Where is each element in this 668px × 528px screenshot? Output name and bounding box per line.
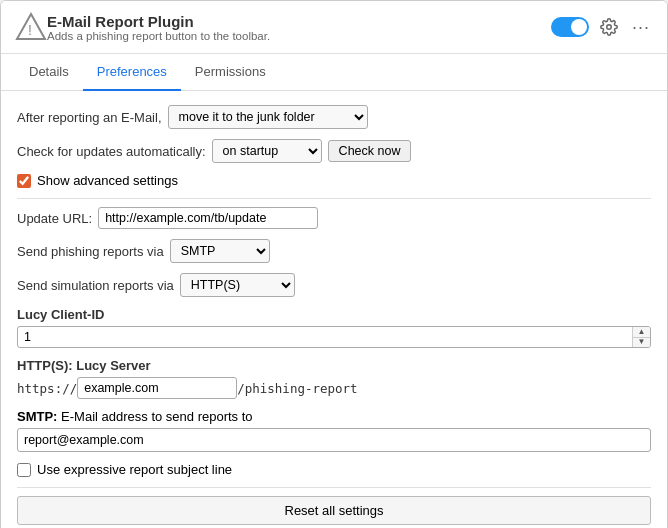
client-id-input[interactable] (17, 326, 651, 348)
smtp-email-wrap (17, 428, 651, 452)
smtp-label: SMTP: (17, 409, 57, 424)
show-advanced-label[interactable]: Show advanced settings (37, 173, 178, 188)
send-phishing-select[interactable]: SMTP HTTP(S) (170, 239, 270, 263)
plugin-toggle[interactable] (551, 17, 589, 37)
more-icon[interactable]: ··· (629, 15, 653, 39)
gear-icon[interactable] (597, 15, 621, 39)
client-id-spinner: ▲ ▼ (632, 327, 650, 347)
check-updates-select[interactable]: on startup daily weekly never (212, 139, 322, 163)
divider-1 (17, 198, 651, 199)
divider-2 (17, 487, 651, 488)
tab-preferences[interactable]: Preferences (83, 54, 181, 91)
show-advanced-row: Show advanced settings (17, 173, 651, 188)
check-updates-label: Check for updates automatically: (17, 144, 206, 159)
check-updates-row: Check for updates automatically: on star… (17, 139, 651, 163)
expressive-subject-row: Use expressive report subject line (17, 462, 651, 477)
plugin-title: E-Mail Report Plugin (47, 13, 551, 30)
send-simulation-select[interactable]: HTTP(S) SMTP (180, 273, 295, 297)
after-reporting-row: After reporting an E-Mail, move it to th… (17, 105, 651, 129)
tab-details[interactable]: Details (15, 54, 83, 91)
https-suffix: /phishing-report (237, 381, 357, 396)
https-server-section: HTTP(S): Lucy Server https:// /phishing-… (17, 358, 651, 399)
tab-bar: Details Preferences Permissions (1, 54, 667, 91)
reset-button[interactable]: Reset all settings (17, 496, 651, 525)
smtp-section: SMTP: E-Mail address to send reports to (17, 409, 651, 452)
check-now-button[interactable]: Check now (328, 140, 412, 162)
update-url-label: Update URL: (17, 211, 92, 226)
plugin-info: E-Mail Report Plugin Adds a phishing rep… (47, 13, 551, 42)
client-id-wrap: ▲ ▼ (17, 326, 651, 348)
client-id-heading: Lucy Client-ID (17, 307, 651, 322)
smtp-desc: E-Mail address to send reports to (61, 409, 252, 424)
header-controls: ··· (551, 15, 653, 39)
preferences-content: After reporting an E-Mail, move it to th… (1, 91, 667, 528)
svg-text:!: ! (28, 22, 32, 38)
expressive-subject-checkbox[interactable] (17, 463, 31, 477)
send-simulation-label: Send simulation reports via (17, 278, 174, 293)
update-url-row: Update URL: (17, 207, 651, 229)
plugin-subtitle: Adds a phishing report button to the too… (47, 30, 551, 42)
send-phishing-label: Send phishing reports via (17, 244, 164, 259)
after-reporting-select[interactable]: move it to the junk folderdelete itdo no… (168, 105, 368, 129)
send-phishing-row: Send phishing reports via SMTP HTTP(S) (17, 239, 651, 263)
plugin-icon: ! (15, 11, 47, 43)
plugin-header: ! E-Mail Report Plugin Adds a phishing r… (1, 1, 667, 54)
client-id-section: Lucy Client-ID ▲ ▼ (17, 307, 651, 348)
https-server-input[interactable] (77, 377, 237, 399)
show-advanced-checkbox[interactable] (17, 174, 31, 188)
smtp-label-row: SMTP: E-Mail address to send reports to (17, 409, 651, 424)
expressive-subject-label[interactable]: Use expressive report subject line (37, 462, 232, 477)
smtp-email-input[interactable] (17, 428, 651, 452)
spinner-up-button[interactable]: ▲ (633, 327, 650, 338)
update-url-input[interactable] (98, 207, 318, 229)
https-prefix: https:// (17, 381, 77, 396)
after-reporting-label: After reporting an E-Mail, (17, 110, 162, 125)
tab-permissions[interactable]: Permissions (181, 54, 280, 91)
svg-point-1 (607, 25, 612, 30)
https-server-heading: HTTP(S): Lucy Server (17, 358, 651, 373)
spinner-down-button[interactable]: ▼ (633, 338, 650, 348)
send-simulation-row: Send simulation reports via HTTP(S) SMTP (17, 273, 651, 297)
https-label: HTTP(S): Lucy Server (17, 358, 151, 373)
server-row: https:// /phishing-report (17, 377, 651, 399)
